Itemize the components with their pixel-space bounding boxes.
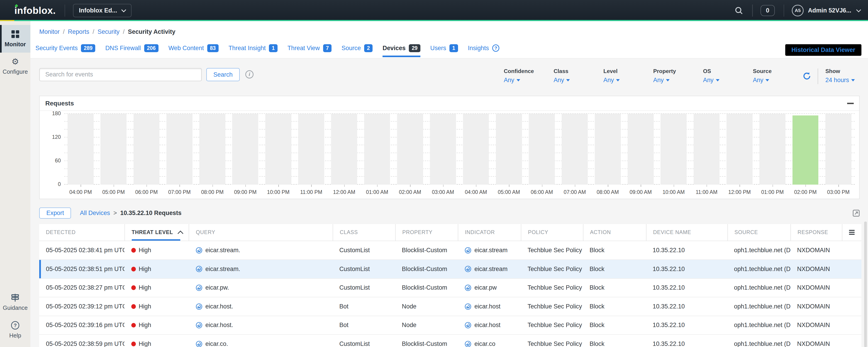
tab-devices[interactable]: Devices 29 (382, 44, 420, 52)
filter-value[interactable]: Any (653, 77, 703, 84)
column-header-response[interactable]: RESPONSE (790, 224, 842, 241)
refresh-icon[interactable] (803, 72, 811, 82)
table-row[interactable]: 05-05-2025 02:38:59 pm UTC High eicar.co… (39, 335, 861, 347)
table-row[interactable]: 05-05-2025 02:39:16 pm UTC High eicar.ho… (39, 316, 861, 335)
cell-device-name: 10.35.22.10 (646, 247, 727, 254)
column-header-threat-level[interactable]: THREAT LEVEL (124, 224, 189, 241)
column-settings-cell[interactable] (842, 224, 861, 241)
chart-x-labels: 04:00 PM05:00 PM06:00 PM07:00 PM08:00 PM… (64, 189, 855, 195)
cell-threat-level: High (124, 284, 189, 291)
topbar-divider (784, 4, 784, 17)
filter-value[interactable]: Any (554, 77, 603, 84)
column-header-detected[interactable]: DETECTED (39, 224, 124, 241)
filter-value-text: Any (753, 77, 763, 84)
table-row[interactable]: 05-05-2025 02:38:41 pm UTC High eicar.st… (39, 241, 861, 260)
cell-detected: 05-05-2025 02:38:27 pm UTC (39, 284, 124, 291)
filter-value[interactable]: Any (504, 77, 554, 84)
show-filter-value[interactable]: 24 hours (825, 77, 860, 84)
x-axis-label: 08:00 AM (591, 189, 624, 195)
grid-icon (0, 29, 30, 39)
notification-counter[interactable]: 0 (761, 5, 775, 16)
historical-data-viewer-button[interactable]: Historical Data Viewer (785, 44, 861, 56)
column-header-class[interactable]: CLASS (333, 224, 395, 241)
tab-label: Threat View (287, 45, 320, 52)
column-header-property[interactable]: PROPERTY (395, 224, 458, 241)
all-devices-link[interactable]: All Devices (80, 210, 110, 217)
filter-value[interactable]: Any (603, 77, 653, 84)
column-header-query[interactable]: QUERY (189, 224, 333, 241)
table-row[interactable]: 05-05-2025 02:39:12 pm UTC High eicar.ho… (39, 297, 861, 316)
tab-insights[interactable]: Insights ? (468, 44, 499, 52)
hour-band (397, 114, 423, 185)
threat-level-dot (131, 342, 136, 346)
tab-count-badge: 83 (207, 44, 219, 52)
question-icon: ? (0, 321, 30, 330)
search-icon[interactable] (735, 6, 743, 15)
x-axis-label: 12:00 AM (328, 189, 361, 195)
column-header-label: QUERY (196, 229, 215, 235)
tab-security-events[interactable]: Security Events 289 (35, 44, 95, 52)
cell-query: eicar.host. (189, 303, 333, 310)
info-icon[interactable]: i (245, 70, 254, 79)
chart-slot (64, 114, 97, 185)
filter-value[interactable]: Any (703, 77, 753, 84)
tab-source[interactable]: Source 2 (341, 44, 373, 52)
breadcrumb-link-reports[interactable]: Reports (68, 28, 89, 35)
tab-label: Insights (468, 45, 489, 52)
chart-slot (657, 114, 690, 185)
collapse-icon[interactable] (847, 103, 854, 104)
product-selector[interactable]: Infoblox Ed... (73, 4, 132, 17)
tab-threat-view[interactable]: Threat View 7 (287, 44, 332, 52)
column-header-policy[interactable]: POLICY (521, 224, 583, 241)
threat-indicator-icon (464, 247, 472, 254)
hour-band (265, 114, 291, 185)
sidebar-item-configure[interactable]: ⚙ Configure (0, 53, 30, 80)
column-header-indicator[interactable]: INDICATOR (458, 224, 521, 241)
indicator-text: eicar.host (474, 322, 500, 328)
topbar: infoblox. Infoblox Ed... 0 A5 Admin 52VJ… (0, 0, 868, 21)
breadcrumb-separator: / (63, 28, 64, 35)
search-button[interactable]: Search (206, 68, 240, 82)
tab-threat-insight[interactable]: Threat Insight 1 (228, 44, 278, 52)
cell-source: oph1.techblue.net (D... (727, 247, 790, 254)
table-scrollbar[interactable] (864, 222, 867, 347)
column-header-source[interactable]: SOURCE (727, 224, 790, 241)
breadcrumb-link-monitor[interactable]: Monitor (39, 28, 60, 35)
cell-source: oph1.techblue.net (D... (727, 303, 790, 310)
column-header-label: RESPONSE (798, 229, 828, 235)
x-axis-label: 03:00 PM (822, 189, 855, 195)
threat-indicator-icon (464, 340, 472, 347)
column-header-action[interactable]: ACTION (583, 224, 646, 241)
filter-label: Level (603, 68, 653, 74)
column-header-label: SOURCE (735, 229, 758, 235)
tab-users[interactable]: Users 1 (430, 44, 458, 52)
sidebar-item-help[interactable]: ? Help (0, 316, 30, 344)
tab-web-content[interactable]: Web Content 83 (168, 44, 219, 52)
table-row[interactable]: 05-05-2025 02:38:27 pm UTC High eicar.pw… (39, 279, 861, 297)
export-button[interactable]: Export (39, 208, 71, 219)
table-row[interactable]: 05-05-2025 02:38:51 pm UTC High eicar.st… (39, 260, 861, 279)
popout-icon[interactable] (852, 210, 860, 217)
cell-class: CustomList (333, 265, 395, 273)
user-menu[interactable]: A5 Admin 52VJ6... (792, 5, 860, 16)
hour-band (430, 114, 456, 185)
search-input[interactable] (39, 68, 202, 81)
hour-band (463, 114, 489, 185)
cell-query: eicar.co. (189, 340, 333, 347)
cell-class: Bot (333, 322, 395, 328)
cell-response: NXDOMAIN (790, 265, 842, 273)
tab-dns-firewall[interactable]: DNS Firewall 206 (105, 44, 158, 52)
threat-level-text: High (139, 247, 151, 254)
chart-slot (558, 114, 591, 185)
threat-level-dot (131, 267, 136, 272)
cell-device-name: 10.35.22.10 (646, 303, 727, 310)
sidebar-item-guidance[interactable]: Guidance (0, 289, 30, 316)
threat-level-dot (131, 323, 136, 328)
filter-value[interactable]: Any (753, 77, 803, 84)
breadcrumb-link-security[interactable]: Security (97, 28, 120, 35)
hour-band (825, 114, 851, 185)
column-header-device-name[interactable]: DEVICE NAME (646, 224, 727, 241)
query-text: eicar.host. (206, 322, 233, 328)
sidebar-item-monitor[interactable]: Monitor (0, 25, 30, 53)
chevron-down-icon (856, 7, 861, 12)
